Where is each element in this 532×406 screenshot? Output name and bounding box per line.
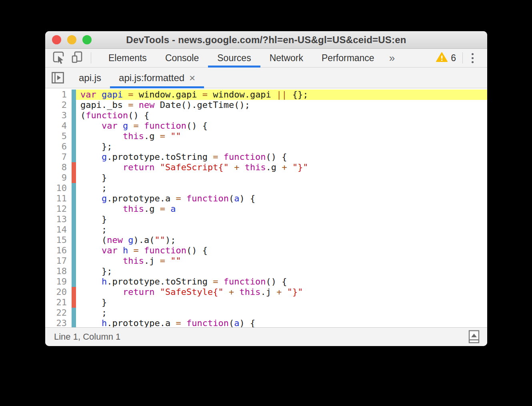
code-text[interactable]: ; xyxy=(76,183,487,193)
line-number[interactable]: 1 xyxy=(45,90,72,100)
code-line[interactable]: 12 this.g = a xyxy=(45,204,487,214)
line-number[interactable]: 9 xyxy=(45,173,72,183)
file-tab-api-js[interactable]: api.js xyxy=(70,68,110,88)
line-number[interactable]: 22 xyxy=(45,308,72,318)
line-number[interactable]: 2 xyxy=(45,100,72,110)
code-text[interactable]: var g = function() { xyxy=(76,121,487,131)
code-text[interactable]: h.prototype.a = function(a) { xyxy=(76,318,487,327)
code-line[interactable]: 17 this.j = "" xyxy=(45,256,487,266)
line-number[interactable]: 13 xyxy=(45,214,72,225)
code-line[interactable]: 10 ; xyxy=(45,183,487,193)
line-number[interactable]: 5 xyxy=(45,131,72,141)
tab-elements[interactable]: Elements xyxy=(99,49,156,67)
code-text[interactable]: this.g = a xyxy=(76,204,487,214)
code-line[interactable]: 1var gapi = window.gapi = window.gapi ||… xyxy=(45,90,487,100)
line-number[interactable]: 20 xyxy=(45,287,72,297)
code-text[interactable]: this.g = "" xyxy=(76,131,487,141)
code-token: ) { xyxy=(239,193,255,203)
code-line[interactable]: 2gapi._bs = new Date().getTime(); xyxy=(45,100,487,110)
code-text[interactable]: gapi._bs = new Date().getTime(); xyxy=(76,100,487,110)
code-line[interactable]: 23 h.prototype.a = function(a) { xyxy=(45,318,487,327)
line-number[interactable]: 18 xyxy=(45,266,72,277)
coverage-bar-used xyxy=(72,193,76,204)
code-text[interactable]: } xyxy=(76,214,487,225)
code-line[interactable]: 5 this.g = "" xyxy=(45,131,487,141)
code-line[interactable]: 19 h.prototype.toString = function() { xyxy=(45,277,487,287)
code-line[interactable]: 13 } xyxy=(45,214,487,225)
code-token: } xyxy=(80,214,107,224)
navigator-toggle-button[interactable] xyxy=(45,68,70,88)
tab-network[interactable]: Network xyxy=(260,49,312,67)
code-text[interactable]: var gapi = window.gapi = window.gapi || … xyxy=(76,90,487,100)
code-text[interactable]: var h = function() { xyxy=(76,245,487,256)
window-titlebar[interactable]: DevTools - news.google.com/?hl=en-US&gl=… xyxy=(45,31,487,49)
code-line[interactable]: 14 ; xyxy=(45,225,487,235)
code-text[interactable]: (new g).a(""); xyxy=(76,235,487,245)
code-text[interactable]: ; xyxy=(76,225,487,235)
code-line[interactable]: 22 ; xyxy=(45,308,487,318)
line-number[interactable]: 7 xyxy=(45,152,72,162)
code-line[interactable]: 18 }; xyxy=(45,266,487,277)
zoom-window-button[interactable] xyxy=(82,35,92,44)
code-text[interactable]: }; xyxy=(76,141,487,152)
code-token: g xyxy=(102,152,107,162)
line-number[interactable]: 16 xyxy=(45,245,72,256)
line-number[interactable]: 4 xyxy=(45,121,72,131)
code-token: function xyxy=(144,245,186,255)
code-text[interactable]: ; xyxy=(76,308,487,318)
close-tab-icon[interactable]: × xyxy=(189,73,195,83)
line-number[interactable]: 14 xyxy=(45,225,72,235)
code-token: h xyxy=(102,277,107,287)
code-text[interactable]: return "SafeScript{" + this.g + "}" xyxy=(76,162,487,173)
coverage-bar-used xyxy=(72,90,76,100)
inspect-element-icon[interactable] xyxy=(52,50,65,66)
code-text[interactable]: (function() { xyxy=(76,110,487,121)
device-toolbar-icon[interactable] xyxy=(71,50,84,66)
close-window-button[interactable] xyxy=(52,35,61,44)
line-number[interactable]: 10 xyxy=(45,183,72,193)
tab-performance[interactable]: Performance xyxy=(312,49,384,67)
minimize-window-button[interactable] xyxy=(67,35,76,44)
code-line[interactable]: 20 return "SafeStyle{" + this.j + "}" xyxy=(45,287,487,297)
tab-console[interactable]: Console xyxy=(156,49,208,67)
line-number[interactable]: 8 xyxy=(45,162,72,173)
line-number[interactable]: 23 xyxy=(45,318,72,327)
code-line[interactable]: 11 g.prototype.a = function(a) { xyxy=(45,193,487,204)
line-number[interactable]: 19 xyxy=(45,277,72,287)
customize-devtools-button[interactable] xyxy=(463,53,482,63)
line-number[interactable]: 11 xyxy=(45,193,72,204)
line-number[interactable]: 21 xyxy=(45,297,72,308)
code-token: window.gapi xyxy=(133,90,202,100)
line-number[interactable]: 17 xyxy=(45,256,72,266)
more-panels-button[interactable]: » xyxy=(384,49,400,67)
code-text[interactable]: } xyxy=(76,297,487,308)
code-text[interactable]: g.prototype.a = function(a) { xyxy=(76,193,487,204)
code-line[interactable]: 15 (new g).a(""); xyxy=(45,235,487,245)
tab-sources[interactable]: Sources xyxy=(208,49,260,67)
code-line[interactable]: 6 }; xyxy=(45,141,487,152)
line-number[interactable]: 6 xyxy=(45,141,72,152)
scroll-to-top-button[interactable] xyxy=(466,329,482,344)
code-line[interactable]: 4 var g = function() { xyxy=(45,121,487,131)
code-token: ) { xyxy=(239,318,255,327)
code-line[interactable]: 8 return "SafeScript{" + this.g + "}" xyxy=(45,162,487,173)
code-text[interactable]: g.prototype.toString = function() { xyxy=(76,152,487,162)
code-line[interactable]: 3(function() { xyxy=(45,110,487,121)
line-number[interactable]: 3 xyxy=(45,110,72,121)
code-token xyxy=(154,162,160,172)
code-text[interactable]: h.prototype.toString = function() { xyxy=(76,277,487,287)
code-text[interactable]: return "SafeStyle{" + this.j + "}" xyxy=(76,287,487,297)
code-text[interactable]: }; xyxy=(76,266,487,277)
code-editor[interactable]: 1var gapi = window.gapi = window.gapi ||… xyxy=(45,88,487,327)
code-line[interactable]: 21 } xyxy=(45,297,487,308)
code-text[interactable]: this.j = "" xyxy=(76,256,487,266)
file-tab-api-js-formatted[interactable]: api.js:formatted × xyxy=(110,68,204,88)
line-number[interactable]: 12 xyxy=(45,204,72,214)
line-number[interactable]: 15 xyxy=(45,235,72,245)
code-line[interactable]: 7 g.prototype.toString = function() { xyxy=(45,152,487,162)
code-line[interactable]: 9 } xyxy=(45,173,487,183)
code-token: () { xyxy=(186,245,208,255)
console-warning-counter[interactable]: 6 xyxy=(436,52,462,64)
code-line[interactable]: 16 var h = function() { xyxy=(45,245,487,256)
code-text[interactable]: } xyxy=(76,173,487,183)
